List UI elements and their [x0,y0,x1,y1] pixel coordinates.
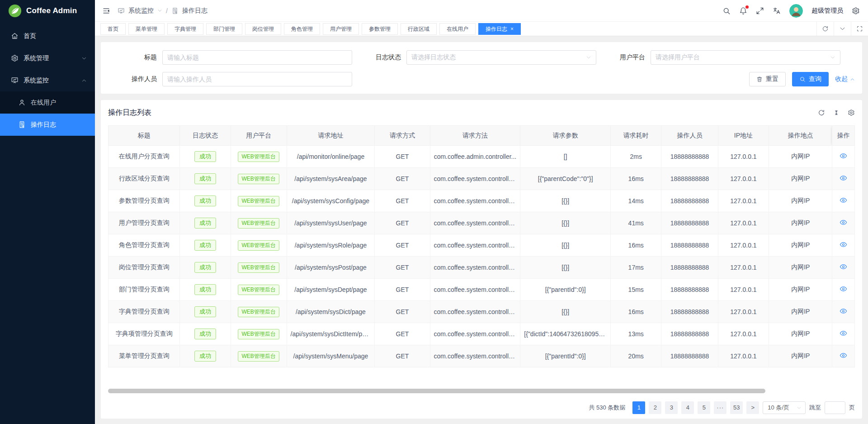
view-detail-eye-icon[interactable] [840,241,847,248]
current-user-name[interactable]: 超级管理员 [811,7,843,15]
view-detail-eye-icon[interactable] [840,307,847,315]
cell-location: 内网IP [769,323,832,345]
horizontal-scrollbar-thumb[interactable] [108,389,765,393]
cell-action [832,257,855,279]
cell-params: [{"parentId":0}] [520,345,611,367]
chevron-down-icon [586,55,591,60]
column-header: 标题 [108,126,180,146]
search-button[interactable]: 查询 [792,72,829,86]
log-status-select[interactable]: 请选择日志状态 [406,50,596,65]
tab-部门管理[interactable]: 部门管理 [206,23,242,35]
sidebar-collapse-icon[interactable] [102,7,110,15]
table-row: 菜单管理分页查询成功WEB管理后台/api/system/sysMenu/pag… [108,345,855,367]
home-icon [11,32,19,40]
page-button-1[interactable]: 1 [632,401,645,414]
tab-menu-chevron-icon[interactable] [834,22,851,36]
tab-首页[interactable]: 首页 [100,23,126,35]
cell-operator: 18888888888 [661,257,718,279]
tab-字典管理[interactable]: 字典管理 [167,23,203,35]
breadcrumb: 系统监控 / 操作日志 [118,7,208,15]
cell-platform: WEB管理后台 [231,190,287,212]
page-ellipsis[interactable]: ··· [714,401,726,414]
user-platform-select[interactable]: 请选择用户平台 [651,50,840,65]
table-row: 字典管理分页查询成功WEB管理后台/api/system/sysDict/pag… [108,301,855,323]
collapse-filter-link[interactable]: 收起 [835,75,855,83]
tab-在线用户[interactable]: 在线用户 [439,23,476,35]
row-density-icon[interactable] [833,109,840,116]
title-input[interactable] [162,50,352,65]
view-detail-eye-icon[interactable] [840,263,847,271]
notification-bell[interactable] [739,7,747,15]
cell-ip: 127.0.0.1 [718,168,769,190]
refresh-table-icon[interactable] [818,109,825,116]
cell-ip: 127.0.0.1 [718,257,769,279]
reset-button[interactable]: 重置 [749,72,786,86]
tab-角色管理[interactable]: 角色管理 [284,23,320,35]
column-settings-icon[interactable] [848,109,855,116]
tab-label: 部门管理 [213,24,235,34]
status-badge: 成功 [194,284,216,295]
sidebar-submenu: 在线用户操作日志 [0,91,95,136]
view-detail-eye-icon[interactable] [840,174,847,182]
search-icon[interactable] [722,7,731,15]
column-header: 日志状态 [180,126,231,146]
refresh-tab-icon[interactable] [816,22,834,36]
page-button-2[interactable]: 2 [649,401,661,414]
page-size-select[interactable]: 10 条/页 [763,401,806,414]
view-detail-eye-icon[interactable] [840,329,847,337]
search-icon [799,76,806,82]
status-badge: 成功 [194,351,216,362]
table-head: 操作日志列表 [108,100,855,125]
view-detail-eye-icon[interactable] [840,152,847,160]
platform-badge: WEB管理后台 [238,240,279,251]
view-detail-eye-icon[interactable] [840,352,847,359]
platform-badge: WEB管理后台 [238,152,279,162]
settings-gear-icon[interactable] [852,7,860,15]
view-detail-eye-icon[interactable] [840,219,847,226]
operator-input[interactable] [162,72,352,86]
sidebar-item-system-management[interactable]: 系统管理 [0,47,95,69]
view-detail-eye-icon[interactable] [840,196,847,204]
sidebar-item-operation-log[interactable]: 操作日志 [0,114,95,136]
maximize-content-icon[interactable] [851,22,868,36]
table-row: 部门管理分页查询成功WEB管理后台/api/system/sysDept/pag… [108,279,855,301]
cell-params: [{}] [520,257,611,279]
tab-岗位管理[interactable]: 岗位管理 [245,23,281,35]
sidebar-item-home[interactable]: 首页 [0,25,95,47]
avatar[interactable] [789,4,803,18]
cell-handler: com.coffee.system.controlle... [430,301,520,323]
view-detail-eye-icon[interactable] [840,285,847,293]
status-badge: 成功 [194,195,216,206]
reset-button-label: 重置 [766,75,778,83]
notification-dot [745,5,749,9]
sidebar-item-system-monitor[interactable]: 系统监控 [0,69,95,91]
fullscreen-icon[interactable] [756,7,764,15]
tab-操作日志[interactable]: 操作日志× [478,23,521,35]
avatar-image [789,4,803,18]
next-page-button[interactable]: > [746,401,759,414]
tab-参数管理[interactable]: 参数管理 [362,23,398,35]
brand-leaf-icon [8,4,22,18]
tab-close-icon[interactable]: × [510,26,514,32]
cell-time: 41ms [611,212,661,234]
breadcrumb-section[interactable]: 系统监控 [128,7,154,15]
page-button-53[interactable]: 53 [730,401,743,414]
translate-icon[interactable] [773,7,781,15]
jump-page-input[interactable] [825,401,845,414]
chevron-down-icon[interactable] [157,8,162,13]
log-icon [18,121,26,129]
sidebar-item-online-users[interactable]: 在线用户 [0,91,95,114]
tab-菜单管理[interactable]: 菜单管理 [128,23,165,35]
cell-time: 16ms [611,168,661,190]
page-button-5[interactable]: 5 [698,401,710,414]
cell-status: 成功 [180,212,231,234]
page-button-3[interactable]: 3 [665,401,678,414]
cell-handler: com.coffee.system.controlle... [430,168,520,190]
cell-handler: com.coffee.system.controlle... [430,279,520,301]
cell-platform: WEB管理后台 [231,212,287,234]
tab-用户管理[interactable]: 用户管理 [323,23,359,35]
tab-行政区域[interactable]: 行政区域 [401,23,437,35]
page-button-4[interactable]: 4 [681,401,694,414]
jump-prefix: 跳至 [809,404,821,412]
tab-label: 角色管理 [291,24,313,34]
